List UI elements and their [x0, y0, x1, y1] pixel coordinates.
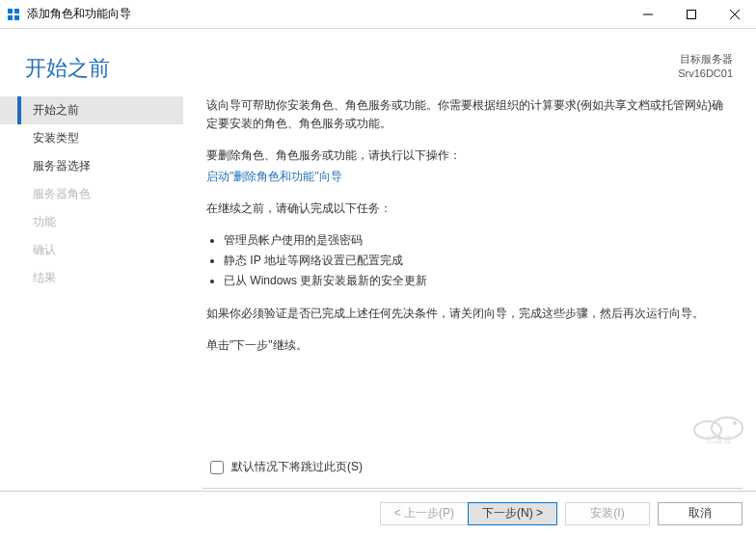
- watermark: 亿速云: [690, 411, 752, 446]
- page-title: 开始之前: [25, 54, 678, 83]
- sidebar-item-results: 结果: [0, 264, 183, 292]
- list-item: 管理员帐户使用的是强密码: [224, 231, 727, 250]
- svg-rect-2: [8, 15, 13, 20]
- prerequisite-heading: 在继续之前，请确认完成以下任务：: [206, 200, 727, 218]
- svg-rect-0: [8, 9, 13, 13]
- content-area: 该向导可帮助你安装角色、角色服务或功能。你需要根据组织的计算要求(例如共享文档或…: [183, 93, 756, 468]
- maximize-button[interactable]: [669, 0, 713, 28]
- list-item: 静态 IP 地址等网络设置已配置完成: [224, 252, 727, 270]
- divider: [202, 488, 742, 489]
- continue-paragraph: 单击"下一步"继续。: [206, 336, 727, 355]
- intro-paragraph: 该向导可帮助你安装角色、角色服务或功能。你需要根据组织的计算要求(例如共享文档或…: [206, 96, 727, 133]
- svg-rect-5: [687, 10, 695, 18]
- svg-text:亿速云: 亿速云: [705, 435, 732, 443]
- skip-page-label: 默认情况下将跳过此页(S): [231, 459, 363, 475]
- wizard-steps-sidebar: 开始之前 安装类型 服务器选择 服务器角色 功能 确认 结果: [0, 93, 183, 468]
- remove-instruction: 要删除角色、角色服务或功能，请执行以下操作：: [206, 147, 727, 165]
- list-item: 已从 Windows 更新安装最新的安全更新: [224, 272, 727, 290]
- window-title: 添加角色和功能向导: [27, 6, 626, 22]
- install-button: 安装(I): [565, 502, 650, 525]
- svg-point-10: [733, 421, 737, 425]
- app-icon: [6, 7, 21, 22]
- sidebar-item-before-you-begin[interactable]: 开始之前: [0, 96, 183, 124]
- sidebar-item-install-type[interactable]: 安装类型: [0, 124, 183, 152]
- remove-roles-link[interactable]: 启动"删除角色和功能"向导: [206, 170, 342, 183]
- sidebar-item-features: 功能: [0, 208, 183, 236]
- titlebar: 添加角色和功能向导: [0, 0, 756, 29]
- target-server-info: 目标服务器 Srv16DC01: [678, 52, 733, 82]
- cancel-button[interactable]: 取消: [658, 502, 742, 525]
- target-label: 目标服务器: [678, 52, 733, 67]
- sidebar-item-server-roles: 服务器角色: [0, 180, 183, 208]
- sidebar-item-server-selection[interactable]: 服务器选择: [0, 152, 183, 180]
- verify-paragraph: 如果你必须验证是否已完成上述任何先决条件，请关闭向导，完成这些步骤，然后再次运行…: [206, 305, 727, 323]
- svg-rect-3: [14, 15, 19, 20]
- next-button[interactable]: 下一步(N) >: [468, 502, 557, 525]
- skip-page-row[interactable]: 默认情况下将跳过此页(S): [210, 459, 363, 475]
- wizard-footer: < 上一步(P) 下一步(N) > 安装(I) 取消: [0, 491, 756, 535]
- close-button[interactable]: [713, 0, 756, 28]
- skip-page-checkbox[interactable]: [210, 461, 224, 474]
- svg-rect-1: [14, 9, 19, 13]
- minimize-button[interactable]: [626, 0, 669, 28]
- wizard-header: 开始之前 目标服务器 Srv16DC01: [0, 29, 756, 93]
- prerequisite-list: 管理员帐户使用的是强密码 静态 IP 地址等网络设置已配置完成 已从 Windo…: [206, 231, 727, 291]
- sidebar-item-confirmation: 确认: [0, 236, 183, 264]
- prev-button: < 上一步(P): [380, 502, 468, 525]
- target-server-name: Srv16DC01: [678, 67, 733, 81]
